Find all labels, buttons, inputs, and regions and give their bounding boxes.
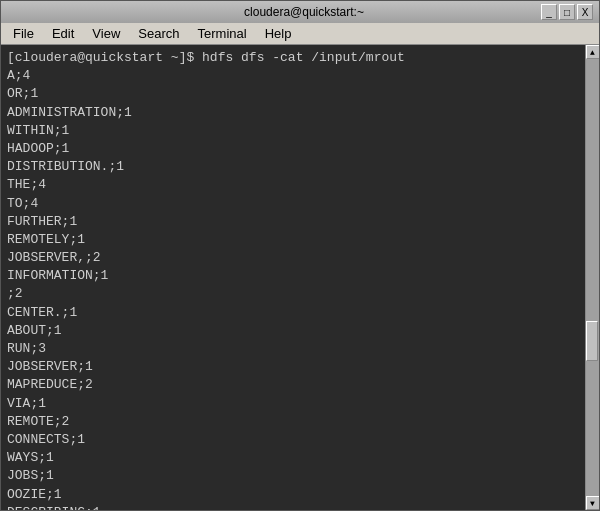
menu-item-view[interactable]: View xyxy=(84,24,128,43)
window-title: cloudera@quickstart:~ xyxy=(67,5,541,19)
menu-item-terminal[interactable]: Terminal xyxy=(190,24,255,43)
minimize-button[interactable]: _ xyxy=(541,4,557,20)
menu-item-edit[interactable]: Edit xyxy=(44,24,82,43)
menu-item-search[interactable]: Search xyxy=(130,24,187,43)
maximize-button[interactable]: □ xyxy=(559,4,575,20)
scrollbar-track[interactable] xyxy=(586,59,599,496)
terminal-area: [cloudera@quickstart ~]$ hdfs dfs -cat /… xyxy=(1,45,599,510)
terminal-window: cloudera@quickstart:~ _ □ X FileEditView… xyxy=(0,0,600,511)
scrollbar-thumb[interactable] xyxy=(586,321,598,361)
scroll-down-button[interactable]: ▼ xyxy=(586,496,600,510)
terminal-output[interactable]: [cloudera@quickstart ~]$ hdfs dfs -cat /… xyxy=(1,45,585,510)
scrollbar[interactable]: ▲ ▼ xyxy=(585,45,599,510)
window-controls: _ □ X xyxy=(541,4,593,20)
close-button[interactable]: X xyxy=(577,4,593,20)
menu-item-file[interactable]: File xyxy=(5,24,42,43)
menu-bar: FileEditViewSearchTerminalHelp xyxy=(1,23,599,45)
title-bar: cloudera@quickstart:~ _ □ X xyxy=(1,1,599,23)
scroll-up-button[interactable]: ▲ xyxy=(586,45,600,59)
menu-item-help[interactable]: Help xyxy=(257,24,300,43)
